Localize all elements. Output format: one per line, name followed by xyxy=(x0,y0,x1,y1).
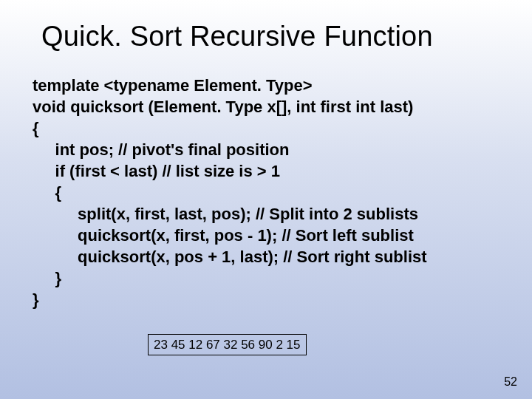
code-line: void quicksort (Element. Type x[], int f… xyxy=(33,98,413,116)
code-line: { xyxy=(33,183,61,202)
code-line: split(x, first, last, pos); // Split int… xyxy=(33,205,418,223)
code-line: } xyxy=(33,290,39,309)
numbers-box-wrap: 23 45 12 67 32 56 90 2 15 xyxy=(148,334,307,355)
code-line: } xyxy=(33,269,61,287)
code-line: if (first < last) // list size is > 1 xyxy=(33,162,280,180)
code-line: { xyxy=(33,119,39,137)
page-number: 52 xyxy=(504,375,517,389)
slide-title: Quick. Sort Recursive Function xyxy=(0,0,532,52)
code-line: quicksort(x, first, pos - 1); // Sort le… xyxy=(33,226,414,245)
code-block: template <typename Element. Type> void q… xyxy=(0,52,532,310)
code-line: quicksort(x, pos + 1, last); // Sort rig… xyxy=(33,248,427,266)
numbers-box: 23 45 12 67 32 56 90 2 15 xyxy=(148,334,307,355)
code-line: template <typename Element. Type> xyxy=(33,76,313,95)
code-line: int pos; // pivot's final position xyxy=(33,140,289,159)
